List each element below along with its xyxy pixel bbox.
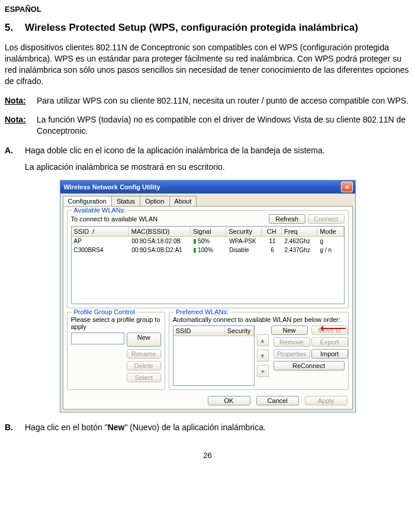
pref-import-button[interactable]: Import	[311, 349, 348, 359]
cell-freq: 2.462Ghz	[282, 237, 318, 245]
pref-new-button[interactable]: New	[271, 325, 308, 335]
cell-mode: g / n	[318, 246, 344, 254]
pref-reconnect-button[interactable]: ReConnect	[274, 361, 345, 370]
cell-mode: g	[318, 237, 344, 245]
wireless-config-window: Wireless Network Config Utility ✕ Config…	[60, 180, 356, 412]
tab-bar: Configuration Status Option About	[60, 194, 355, 206]
tab-status[interactable]: Status	[111, 196, 140, 206]
cell-signal: 50%	[191, 237, 227, 245]
col-signal[interactable]: Signal	[191, 227, 226, 236]
preferred-wlans-legend: Preferred WLANs:	[174, 308, 230, 315]
table-row[interactable]: C300BRS4 00:80:5A:0B:D2:A1 100% Disable …	[72, 246, 344, 254]
note-label: Nota:	[5, 114, 37, 137]
apply-button[interactable]: Apply	[305, 396, 348, 405]
profile-delete-button[interactable]: Delete	[127, 361, 161, 370]
profile-group-legend: Profile Group Control	[72, 308, 137, 315]
profile-select-button[interactable]: Select	[127, 373, 161, 382]
dialog-footer: OK Cancel Apply	[67, 394, 349, 405]
available-wlans-table[interactable]: SSID / MAC(BSSID) Signal Security CH Fre…	[71, 226, 345, 304]
section-heading: 5. Wireless Protected Setup (WPS, config…	[5, 22, 410, 34]
cell-security: WPA-PSK	[227, 237, 262, 245]
step-b-text: Haga clic en el botón "New" (Nuevo) de l…	[25, 422, 266, 433]
window-title: Wireless Network Config Utility	[64, 183, 341, 191]
step-a-followup: La aplicación inalámbrica se mostrará en…	[25, 162, 410, 172]
col-mode[interactable]: Mode	[317, 227, 343, 236]
close-icon[interactable]: ✕	[341, 182, 353, 192]
col-ch[interactable]: CH	[262, 227, 282, 236]
pref-col-security[interactable]: Security	[225, 326, 254, 336]
cell-freq: 2.437Ghz	[282, 246, 318, 254]
refresh-button[interactable]: Refresh	[269, 214, 305, 224]
move-out-icon[interactable]: ➤	[257, 365, 269, 377]
move-up-icon[interactable]: ▲	[257, 334, 269, 346]
cell-mac: 00:80:5A:0B:D2:A1	[129, 246, 191, 254]
preferred-list[interactable]: SSID Security	[173, 325, 255, 386]
cell-signal: 100%	[191, 246, 227, 254]
cell-mac: 00:80:5A:18:02:0B	[129, 237, 191, 245]
reorder-controls: ▲ ▼ ➤	[257, 325, 269, 386]
signal-icon	[194, 239, 196, 244]
pref-export-button[interactable]: Export	[311, 337, 348, 347]
available-hint: To connect to available WLAN	[71, 215, 269, 223]
pref-properties-button[interactable]: Properties	[274, 349, 310, 359]
signal-icon	[194, 248, 196, 253]
ok-button[interactable]: OK	[208, 396, 250, 405]
profile-new-button[interactable]: New	[127, 333, 161, 347]
page-number: 26	[5, 451, 410, 460]
step-a-text: Haga doble clic en el icono de la aplica…	[25, 145, 325, 156]
profile-group-control: Profile Group Control Please select a pr…	[67, 312, 165, 390]
note-2-text: La función WPS (todavía) no es compatibl…	[37, 114, 410, 137]
col-security[interactable]: Security	[226, 227, 262, 236]
highlight-arrow-icon	[322, 328, 346, 329]
preferred-hint: Automatically connect to available WLAN …	[173, 316, 345, 323]
cell-ssid: C300BRS4	[72, 246, 130, 254]
connect-button[interactable]: Connect	[308, 214, 345, 224]
table-header: SSID / MAC(BSSID) Signal Security CH Fre…	[72, 227, 344, 237]
tab-option[interactable]: Option	[140, 196, 169, 206]
table-row[interactable]: AP 00:80:5A:18:02:0B 50% WPA-PSK 11 2.46…	[72, 237, 344, 246]
profile-hint: Please select a profile group to apply	[71, 316, 161, 330]
col-mac[interactable]: MAC(BSSID)	[129, 227, 191, 236]
note-1-text: Para utilizar WPS con su cliente 802.11N…	[37, 95, 408, 107]
available-wlans-group: Available WLANs: To connect to available…	[67, 210, 349, 308]
cancel-button[interactable]: Cancel	[256, 396, 299, 405]
cell-ch: 11	[262, 237, 282, 245]
intro-paragraph: Los dispositivos clientes 802.11N de Con…	[5, 42, 410, 87]
note-1: Nota: Para utilizar WPS con su cliente 8…	[5, 95, 410, 107]
cell-ch: 6	[262, 246, 282, 254]
language-label: ESPAÑOL	[5, 5, 410, 14]
tab-about[interactable]: About	[169, 196, 197, 206]
tab-configuration[interactable]: Configuration	[63, 196, 112, 206]
section-number: 5.	[5, 22, 25, 34]
section-title: Wireless Protected Setup (WPS, configura…	[25, 22, 358, 34]
preferred-wlans-group: Preferred WLANs: Automatically connect t…	[169, 312, 349, 390]
cell-ssid: AP	[72, 237, 130, 245]
step-a-label: A.	[5, 145, 25, 156]
cell-security: Disable	[227, 246, 262, 254]
pref-col-ssid[interactable]: SSID	[173, 326, 225, 336]
available-wlans-legend: Available WLANs:	[72, 207, 128, 214]
step-b: B. Haga clic en el botón "New" (Nuevo) d…	[5, 422, 410, 433]
note-2: Nota: La función WPS (todavía) no es com…	[5, 114, 410, 137]
pref-remove-button[interactable]: Remove	[274, 337, 310, 347]
config-panel: Available WLANs: To connect to available…	[63, 206, 353, 410]
col-ssid[interactable]: SSID /	[72, 227, 129, 236]
note-label: Nota:	[5, 95, 37, 107]
screenshot-container: Wireless Network Config Utility ✕ Config…	[5, 180, 410, 412]
window-titlebar: Wireless Network Config Utility ✕	[60, 180, 355, 194]
profile-select[interactable]	[71, 333, 124, 344]
preferred-buttons: New Move to Remove Export Properties Imp…	[271, 325, 345, 386]
profile-rename-button[interactable]: Rename	[127, 349, 161, 359]
col-freq[interactable]: Freq	[282, 227, 317, 236]
step-a: A. Haga doble clic en el icono de la apl…	[5, 145, 410, 156]
move-down-icon[interactable]: ▼	[257, 350, 269, 362]
step-b-label: B.	[5, 422, 25, 433]
